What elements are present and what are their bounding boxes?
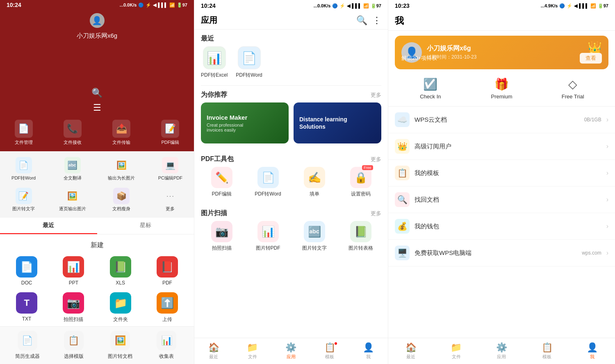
more-icon-mid[interactable]: ⋮ (372, 15, 381, 26)
menu-desktop[interactable]: 🖥️ 免费获取WPS电脑端 wps.com › (388, 240, 615, 266)
tool-img-table[interactable]: 📗 图片转表格 (340, 221, 381, 252)
nav-templates-mid[interactable]: 📋 模板 (310, 341, 349, 362)
func-slim[interactable]: 📦 文档瘦身 (98, 185, 145, 214)
panel3-bottom-nav: 🏠 最近 📁 文件 ⚙️ 应用 📋 模板 👤 我 (388, 338, 615, 364)
menu-cloud[interactable]: ☁️ WPS云文档 0B/1GB › (388, 107, 615, 133)
nav-recent-right[interactable]: 🏠 最近 (388, 341, 434, 362)
ppt-label: PPT (69, 280, 78, 286)
apps-icon-right: ⚙️ (496, 342, 507, 353)
tab-starred[interactable]: 星标 (97, 218, 194, 234)
freetrial-label: Free Trial (562, 93, 584, 100)
nav-apps-mid[interactable]: ⚙️ 应用 (272, 341, 310, 362)
new-scan[interactable]: 📷 拍照扫描 (53, 292, 93, 323)
status-bar-right: 10:23 ...4.9K/s 🔵 ⚡ ◀ ▌▌▌ 📶 🔋97 (388, 0, 615, 11)
new-doc[interactable]: 📄 DOC (7, 256, 47, 286)
user-card[interactable]: 👤 小刀娱乐网x6g 过期时间：2031-10-23 👑 解锁20+项特权 查看 (395, 36, 608, 69)
func-long-pic[interactable]: 🖼️ 输出为长图片 (98, 155, 145, 184)
menu-wallet[interactable]: 💰 我的钱包 › (388, 213, 615, 240)
me-icon-mid: 👤 (363, 342, 374, 353)
toolbar-left: 📄 文件管理 📞 文件接收 📤 文件传输 📝 PDF编辑 (0, 116, 194, 151)
func-translate[interactable]: 🔤 全文翻译 (49, 155, 96, 184)
scan-more[interactable]: 更多 (371, 210, 381, 217)
nav-apps-right[interactable]: ⚙️ 应用 (479, 341, 524, 362)
new-upload[interactable]: ⬆️ 上传 (147, 292, 187, 323)
invoice-title: Invoice Maker (207, 114, 283, 121)
nav-recent-mid[interactable]: 🏠 最近 (194, 341, 233, 362)
tool-photo-scan[interactable]: 📷 拍照扫描 (201, 221, 242, 252)
menu-template[interactable]: 📋 我的模板 › (388, 160, 615, 187)
rec-card-distance[interactable]: Distance learningSolutions (294, 102, 381, 143)
nav-recent-label-mid: 最近 (209, 354, 218, 360)
nav-files-right[interactable]: 📁 文件 (434, 341, 479, 362)
rec-card-invoice[interactable]: Invoice Maker Creat professionalinvoices… (201, 102, 289, 143)
toolbar-pdf-edit[interactable]: 📝 PDF编辑 (147, 120, 194, 146)
action-premium[interactable]: 🎁 Premium (466, 77, 538, 100)
recover-label: 找回文档 (415, 196, 601, 204)
panel2-header: 应用 🔍 ⋮ (194, 11, 388, 30)
file-manage-icon: 📄 (15, 120, 33, 138)
nav-apps-label-right: 应用 (497, 354, 506, 360)
username-left: 小刀娱乐网x6g (77, 32, 117, 84)
img-pdf-icon: 📊 (257, 221, 279, 242)
tab-recent[interactable]: 最近 (0, 218, 97, 234)
menu-icon-left[interactable]: ☰ (93, 102, 101, 113)
recent-pdf-word[interactable]: 📄 PDF转Word (236, 46, 262, 79)
distance-title: Distance learningSolutions (299, 116, 376, 130)
tool-img-doc[interactable]: 🖼️ 图片转文档 (100, 331, 141, 360)
recommend-more[interactable]: 更多 (371, 91, 381, 99)
me-icon-right: 👤 (587, 342, 598, 353)
tool-form[interactable]: 📊 收集表 (146, 331, 187, 360)
pdf-tools-more[interactable]: 更多 (371, 156, 381, 163)
menu-vip[interactable]: 👑 高级订阅用户 › (388, 133, 615, 160)
tool-img-pdf[interactable]: 📊 图片转PDF (247, 221, 289, 252)
nav-me-mid[interactable]: 👤 我 (349, 341, 388, 362)
search-icon-mid[interactable]: 🔍 (356, 15, 367, 26)
resume-icon: 📄 (18, 331, 37, 350)
new-items-grid: 📄 DOC 📊 PPT 📗 XLS 📕 PDF T TXT 📷 拍照扫描 📁 文… (0, 253, 194, 326)
toolbar-file-manage[interactable]: 📄 文件管理 (0, 120, 47, 146)
view-btn[interactable]: 查看 (580, 53, 602, 64)
tool-resume[interactable]: 📄 简历生成器 (7, 331, 48, 360)
func-more[interactable]: ⋯ 更多 (147, 185, 194, 214)
func-more-label: 更多 (166, 206, 175, 212)
nav-templates-right[interactable]: 📋 模板 (524, 341, 570, 362)
new-txt[interactable]: T TXT (7, 292, 47, 323)
toolbar-file-transfer[interactable]: 📤 文件传输 (98, 120, 145, 146)
avatar[interactable]: 👤 (90, 13, 105, 28)
scan-label: 拍照扫描 (64, 316, 83, 323)
password-icon: 🔒 Free (350, 167, 371, 188)
action-checkin[interactable]: ☑️ Check In (395, 77, 466, 100)
page-img-icon: 🖼️ (64, 188, 81, 204)
templates-icon-right: 📋 (542, 342, 553, 353)
func-pdf-word[interactable]: 📄 PDF转Word (0, 155, 47, 184)
img-text-label: 图片转文字 (302, 245, 327, 252)
pdf-tools-grid: ✏️ PDF编辑 📄 PDF转Word ✍️ 填单 🔒 Free 设置密码 (194, 167, 388, 204)
recent-section-title: 最近 (194, 30, 388, 46)
tool-password[interactable]: 🔒 Free 设置密码 (340, 167, 381, 198)
file-transfer-icon: 📤 (112, 120, 130, 138)
new-xls[interactable]: 📗 XLS (100, 256, 141, 286)
wallet-arrow: › (606, 223, 608, 230)
recommend-title: 为你推荐 (201, 91, 227, 99)
func-img-text[interactable]: 📝 图片转文字 (0, 185, 47, 214)
func-page-img[interactable]: 🖼️ 逐页输出图片 (49, 185, 96, 214)
tool-template[interactable]: 📋 选择模版 (53, 331, 94, 360)
toolbar-file-receive[interactable]: 📞 文件接收 (49, 120, 96, 146)
action-freetrial[interactable]: ◇ Free Trial (537, 77, 608, 100)
menu-recover[interactable]: 🔍 找回文档 › (388, 187, 615, 213)
freetrial-icon: ◇ (568, 77, 577, 91)
func-pc-pdf[interactable]: 💻 PC编辑PDF (147, 155, 194, 184)
new-ppt[interactable]: 📊 PPT (53, 256, 93, 286)
tool-fill[interactable]: ✍️ 填单 (294, 167, 335, 198)
search-icon-left[interactable]: 🔍 (91, 88, 102, 98)
new-folder[interactable]: 📁 文件夹 (100, 292, 141, 323)
tool-img-text[interactable]: 🔤 图片转文字 (294, 221, 335, 252)
tool-pdf-edit[interactable]: ✏️ PDF编辑 (201, 167, 242, 198)
toolbar-file-receive-label: 文件接收 (64, 139, 82, 146)
time-right: 10:23 (395, 2, 410, 9)
nav-me-right[interactable]: 👤 我 (569, 341, 615, 362)
nav-files-mid[interactable]: 📁 文件 (233, 341, 271, 362)
tool-pdf-word2[interactable]: 📄 PDF转Word (247, 167, 289, 198)
new-pdf[interactable]: 📕 PDF (147, 256, 187, 286)
recent-pdf-excel[interactable]: 📊 PDF转Excel (201, 46, 228, 79)
